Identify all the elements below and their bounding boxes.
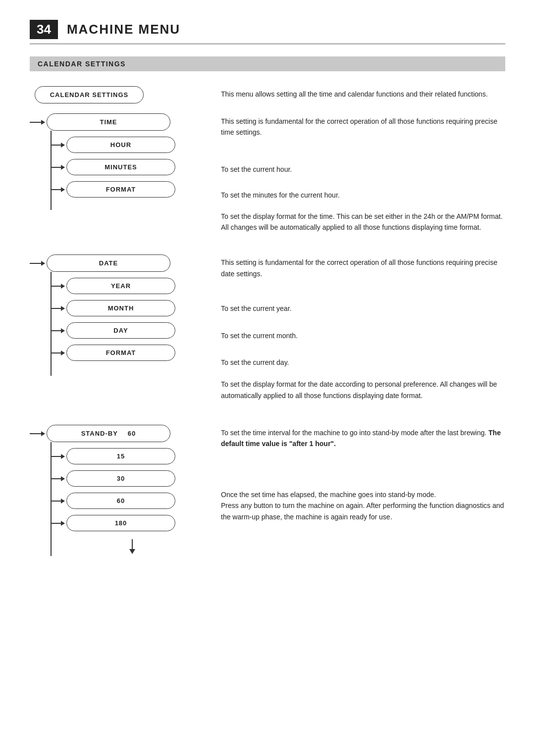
date-children: YEAR MONTH DAY (30, 272, 213, 376)
time-format-desc: To set the display format for the time. … (221, 211, 505, 233)
date-pill: DATE (47, 254, 170, 272)
day-row: DAY (52, 322, 213, 339)
date-format-row: FORMAT (52, 345, 213, 361)
date-format-desc: To set the display format for the date a… (221, 379, 505, 401)
val15-pill: 15 (66, 448, 175, 464)
time-block: TIME HOUR (30, 113, 505, 233)
time-desc-col: This setting is fundamental for the corr… (213, 113, 505, 233)
hour-desc: To set the current hour. (221, 164, 505, 175)
val30-pill: 30 (66, 470, 175, 487)
standby-block: STAND-BY 60 15 (30, 425, 505, 556)
time-format-row: FORMAT (52, 181, 213, 198)
time-block-tree: TIME HOUR (30, 113, 213, 210)
standby-pill: STAND-BY 60 (47, 425, 170, 442)
calendar-settings-tree: CALENDAR SETTINGS (30, 86, 213, 103)
standby-block-tree: STAND-BY 60 15 (30, 425, 213, 556)
date-block: DATE YEAR (30, 254, 505, 401)
page-wrapper: 34 MACHINE MENU CALENDAR SETTINGS CALEND… (30, 20, 505, 556)
standby-children: 15 30 60 (30, 442, 213, 556)
time-pill: TIME (47, 113, 170, 131)
date-desc: This setting is fundamental for the corr… (221, 254, 505, 279)
hour-pill: HOUR (66, 137, 175, 153)
minutes-pill: MINUTES (66, 159, 175, 175)
val60-row: 60 (52, 493, 213, 509)
year-row: YEAR (52, 278, 213, 294)
section-header: CALENDAR SETTINGS (30, 56, 505, 71)
calendar-settings-pill: CALENDAR SETTINGS (35, 86, 144, 103)
val15-row: 15 (52, 448, 213, 464)
time-children: HOUR MINUTES FORMAT (30, 131, 213, 210)
minutes-desc: To set the minutes for the current hour. (221, 190, 505, 201)
val60-pill: 60 (66, 493, 175, 509)
page-title: MACHINE MENU (67, 22, 180, 37)
date-block-tree: DATE YEAR (30, 254, 213, 376)
standby-desc: To set the time interval for the machine… (221, 425, 505, 450)
val30-row: 30 (52, 470, 213, 487)
month-desc: To set the current month. (221, 330, 505, 341)
standby-down-arrow (52, 539, 213, 554)
time-arrow (30, 122, 45, 123)
date-format-pill: FORMAT (66, 345, 175, 361)
date-desc-col: This setting is fundamental for the corr… (213, 254, 505, 401)
standby-children-desc: Once the set time has elapsed, the machi… (221, 489, 505, 522)
year-desc: To set the current year. (221, 303, 505, 314)
val180-row: 180 (52, 515, 213, 531)
standby-arrow (30, 433, 45, 434)
standby-desc-col: To set the time interval for the machine… (213, 425, 505, 522)
day-desc: To set the current day. (221, 357, 505, 368)
date-arrow (30, 263, 45, 264)
time-desc: This setting is fundamental for the corr… (221, 113, 505, 138)
time-format-pill: FORMAT (66, 181, 175, 198)
month-pill: MONTH (66, 300, 175, 316)
calendar-settings-row: CALENDAR SETTINGS This menu allows setti… (30, 86, 505, 103)
page-header: 34 MACHINE MENU (30, 20, 505, 45)
minutes-row: MINUTES (52, 159, 213, 175)
hour-row: HOUR (52, 137, 213, 153)
val180-pill: 180 (66, 515, 175, 531)
day-pill: DAY (66, 322, 175, 339)
year-pill: YEAR (66, 278, 175, 294)
calendar-settings-desc: This menu allows setting all the time an… (213, 86, 505, 100)
month-row: MONTH (52, 300, 213, 316)
page-number: 34 (30, 20, 58, 39)
